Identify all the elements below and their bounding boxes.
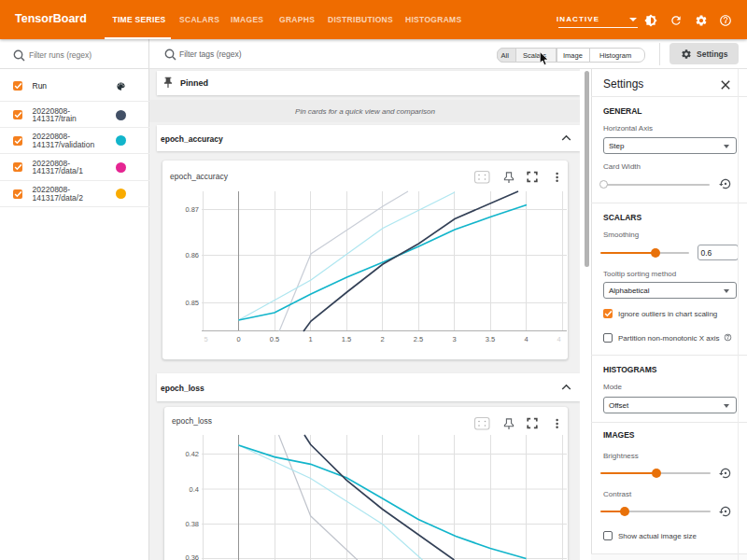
svg-text:3.5: 3.5 — [486, 335, 495, 343]
svg-text:1.5: 1.5 — [342, 335, 351, 343]
svg-text:3: 3 — [452, 335, 456, 343]
svg-text:4: 4 — [524, 335, 528, 343]
svg-text:5: 5 — [204, 335, 207, 343]
svg-text:0.85: 0.85 — [185, 299, 199, 307]
svg-text:2: 2 — [380, 335, 384, 343]
svg-text:0.42: 0.42 — [185, 450, 199, 458]
svg-text:0.86: 0.86 — [185, 251, 199, 259]
svg-text:0: 0 — [236, 335, 240, 343]
svg-text:0.36: 0.36 — [185, 553, 199, 560]
svg-text:2.5: 2.5 — [414, 335, 423, 343]
svg-text:0.4: 0.4 — [190, 485, 199, 494]
svg-text:0.5: 0.5 — [270, 335, 279, 343]
svg-text:4: 4 — [557, 335, 560, 343]
svg-text:0.87: 0.87 — [185, 204, 199, 213]
svg-text:0.38: 0.38 — [185, 520, 199, 528]
svg-text:1: 1 — [308, 335, 312, 343]
